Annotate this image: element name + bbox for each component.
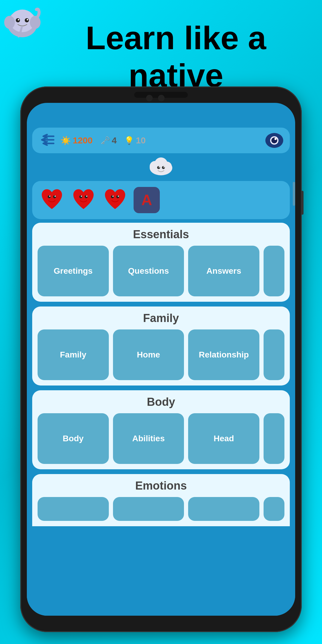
- key-stat: 🗝️ 4: [100, 135, 117, 145]
- phone-screen: ☀️ 1200 🗝️ 4 💡 10: [27, 103, 295, 616]
- days-card-partial[interactable]: [264, 246, 284, 296]
- lives-section: A: [32, 181, 290, 219]
- key-icon: 🗝️: [100, 136, 110, 145]
- heart-1: [39, 186, 65, 214]
- svg-point-34: [116, 195, 119, 198]
- heart-2: [70, 186, 97, 214]
- svg-point-32: [86, 196, 87, 197]
- body-card[interactable]: Body: [38, 413, 109, 464]
- heart-3: [102, 186, 128, 214]
- svg-point-4: [16, 18, 20, 22]
- side-button: [301, 191, 304, 215]
- essentials-title: Essentials: [38, 228, 284, 241]
- camera-right: [158, 95, 165, 101]
- bulb-icon: 💡: [124, 136, 134, 145]
- family-grid: Family Home Relationship: [38, 329, 284, 380]
- abilities-card[interactable]: Abilities: [113, 413, 184, 464]
- emotion-card-2[interactable]: [113, 497, 184, 521]
- svg-point-33: [111, 195, 114, 198]
- svg-point-7: [27, 19, 28, 21]
- emotion-card-1[interactable]: [38, 497, 109, 521]
- svg-point-23: [159, 166, 160, 168]
- svg-point-5: [25, 18, 29, 22]
- emotion-card-4-partial[interactable]: [264, 497, 284, 521]
- scroll-indicator[interactable]: [293, 182, 295, 206]
- svg-point-21: [157, 166, 160, 169]
- svg-point-10: [271, 137, 277, 143]
- header-section: Learn like a native: [0, 0, 322, 95]
- emotions-section: Emotions: [32, 474, 290, 526]
- svg-point-6: [18, 19, 19, 21]
- emotions-title: Emotions: [38, 479, 284, 492]
- svg-point-2: [4, 16, 15, 29]
- essentials-section: Essentials Greetings Questions Answers: [32, 223, 290, 302]
- questions-card[interactable]: Questions: [113, 246, 184, 296]
- svg-line-13: [272, 133, 272, 135]
- family-section: Family Family Home Relationship: [32, 306, 290, 386]
- body-grid: Body Abilities Head: [38, 413, 284, 464]
- svg-point-26: [53, 195, 56, 198]
- svg-point-11: [275, 138, 277, 140]
- greetings-card[interactable]: Greetings: [38, 246, 109, 296]
- body-section: Body Body Abilities Head: [32, 390, 290, 469]
- body-title: Body: [38, 396, 284, 408]
- svg-point-29: [79, 195, 82, 198]
- head-card[interactable]: Head: [188, 413, 259, 464]
- emotion-card-3[interactable]: [188, 497, 259, 521]
- svg-point-36: [118, 196, 119, 197]
- svg-point-27: [49, 196, 50, 197]
- camera-left: [146, 95, 153, 101]
- emotions-grid: [38, 497, 284, 521]
- marriage-card-partial[interactable]: [264, 329, 284, 380]
- eye-orb-icon[interactable]: [265, 133, 283, 148]
- stats-bar: ☀️ 1200 🗝️ 4 💡 10: [32, 128, 290, 153]
- svg-point-24: [163, 166, 165, 168]
- sun-stat: ☀️ 1200: [61, 135, 93, 145]
- stats-left: ☀️ 1200 🗝️ 4 💡 10: [39, 134, 146, 147]
- hand-card-partial[interactable]: [264, 413, 284, 464]
- svg-point-22: [162, 166, 165, 169]
- back-arrow-icon[interactable]: [39, 134, 55, 147]
- essentials-grid: Greetings Questions Answers: [38, 246, 284, 296]
- letter-a-badge[interactable]: A: [134, 187, 160, 213]
- sun-icon: ☀️: [61, 136, 71, 145]
- svg-point-25: [48, 195, 51, 198]
- svg-point-30: [85, 195, 88, 198]
- phone-frame: ☀️ 1200 🗝️ 4 💡 10: [20, 86, 302, 632]
- answers-card[interactable]: Answers: [188, 246, 259, 296]
- headline: Learn like a native: [62, 19, 290, 95]
- bulb-stat: 💡 10: [124, 135, 145, 145]
- family-card[interactable]: Family: [38, 329, 109, 380]
- family-title: Family: [38, 312, 284, 325]
- sun-value: 1200: [73, 135, 93, 145]
- relationship-card[interactable]: Relationship: [188, 329, 259, 380]
- light-value: 10: [136, 135, 145, 145]
- app-content: ☀️ 1200 🗝️ 4 💡 10: [27, 122, 295, 616]
- home-card[interactable]: Home: [113, 329, 184, 380]
- svg-point-31: [81, 196, 82, 197]
- key-value: 4: [112, 135, 117, 145]
- svg-line-15: [277, 133, 277, 135]
- svg-point-35: [112, 196, 114, 197]
- svg-point-28: [55, 196, 56, 197]
- mascot-top-left: [3, 3, 42, 42]
- cloud-mascot: [27, 154, 295, 178]
